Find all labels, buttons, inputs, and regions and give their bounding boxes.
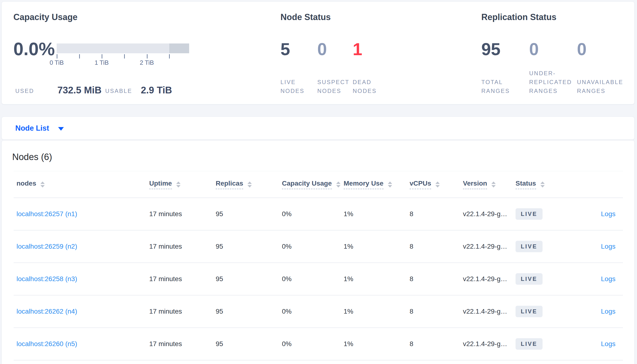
status-cell: LIVE xyxy=(516,306,601,317)
capacity-bar-reserved-segment xyxy=(169,44,189,53)
capacity-axis-tick xyxy=(79,54,80,58)
table-row: localhost:26258 (n3)17 minutes950%1%8v22… xyxy=(14,263,623,296)
vcpus-cell: 8 xyxy=(410,340,463,348)
column-header-replicas[interactable]: Replicas xyxy=(216,180,282,189)
capacity-axis-label: 2 TiB xyxy=(140,59,154,66)
node-address-link[interactable]: localhost:26260 (n5) xyxy=(17,340,149,348)
status-badge: LIVE xyxy=(516,306,542,317)
used-label: USED xyxy=(15,88,34,94)
nodes-table-card: Nodes (6) nodesUptimeReplicasCapacity Us… xyxy=(2,140,634,364)
stat-label: TOTAL RANGES xyxy=(481,69,532,95)
version-cell: v22.1.4-29-g… xyxy=(463,340,516,348)
node-address-link[interactable]: localhost:26258 (n3) xyxy=(17,275,149,283)
vcpus-cell: 8 xyxy=(410,210,463,218)
sort-icon xyxy=(491,182,496,188)
status-badge: LIVE xyxy=(516,241,542,252)
column-header-capacity_usage[interactable]: Capacity Usage xyxy=(282,180,344,189)
column-header-vcpus[interactable]: vCPUs xyxy=(410,180,463,189)
usable-value: 2.9 TiB xyxy=(141,85,172,96)
stat-value: 1 xyxy=(353,40,362,58)
memory_use-cell: 1% xyxy=(344,275,410,283)
sort-icon xyxy=(435,182,440,188)
status-badge: LIVE xyxy=(516,338,542,350)
logs-link[interactable]: Logs xyxy=(601,340,615,348)
sort-icon xyxy=(388,182,392,188)
status-cell: LIVE xyxy=(516,338,601,350)
uptime-cell: 17 minutes xyxy=(149,340,216,348)
uptime-cell: 17 minutes xyxy=(149,210,216,218)
status-badge: LIVE xyxy=(516,208,542,220)
stat-value: 0 xyxy=(577,40,586,58)
replicas-cell: 95 xyxy=(216,243,282,250)
status-badge: LIVE xyxy=(516,273,542,285)
uptime-cell: 17 minutes xyxy=(149,275,216,283)
column-header-label: Version xyxy=(463,180,487,189)
column-header-label: vCPUs xyxy=(410,180,431,189)
sort-icon xyxy=(176,182,181,188)
logs-link[interactable]: Logs xyxy=(601,210,615,218)
stat-label: LIVE NODES xyxy=(280,69,316,95)
uptime-cell: 17 minutes xyxy=(149,308,216,315)
table-row: localhost:26257 (n1)17 minutes950%1%8v22… xyxy=(14,198,623,230)
column-header-memory_use[interactable]: Memory Use xyxy=(344,180,410,189)
capacity_usage-cell: 0% xyxy=(282,210,344,218)
nodes-table-header-row: nodesUptimeReplicasCapacity UsageMemory … xyxy=(14,171,623,198)
node-address-link[interactable]: localhost:26257 (n1) xyxy=(17,210,149,218)
replication-status-title: Replication Status xyxy=(481,12,556,22)
vcpus-cell: 8 xyxy=(410,275,463,283)
column-header-label: Replicas xyxy=(216,180,243,189)
capacity-percent-value: 0.0% xyxy=(14,40,55,58)
sort-icon xyxy=(247,182,252,188)
status-cell: LIVE xyxy=(516,208,601,220)
capacity_usage-cell: 0% xyxy=(282,340,344,348)
uptime-cell: 17 minutes xyxy=(149,243,216,250)
replicas-cell: 95 xyxy=(216,275,282,283)
column-header-uptime[interactable]: Uptime xyxy=(149,180,216,189)
sort-icon xyxy=(540,182,545,188)
status-cell: LIVE xyxy=(516,241,601,252)
capacity-axis-label: 1 TiB xyxy=(95,59,109,66)
nodes-table: nodesUptimeReplicasCapacity UsageMemory … xyxy=(14,171,623,360)
version-cell: v22.1.4-29-g… xyxy=(463,243,516,250)
replicas-cell: 95 xyxy=(216,210,282,218)
memory_use-cell: 1% xyxy=(344,308,410,315)
stat-label: SUSPECT NODES xyxy=(317,69,353,95)
column-header-node[interactable]: nodes xyxy=(17,180,149,189)
stat-value: 0 xyxy=(529,40,539,58)
column-header-status[interactable]: Status xyxy=(516,180,615,189)
sort-icon xyxy=(336,182,341,188)
vcpus-cell: 8 xyxy=(410,308,463,315)
memory_use-cell: 1% xyxy=(344,243,410,250)
column-header-label: Memory Use xyxy=(344,180,384,189)
node-address-link[interactable]: localhost:26262 (n4) xyxy=(17,308,149,315)
node-status-title: Node Status xyxy=(280,12,331,22)
capacity-axis-tick xyxy=(169,54,170,58)
stat-value: 95 xyxy=(481,40,500,58)
vcpus-cell: 8 xyxy=(410,243,463,250)
capacity_usage-cell: 0% xyxy=(282,243,344,250)
usable-label: USABLE xyxy=(105,88,132,94)
table-row: localhost:26259 (n2)17 minutes950%1%8v22… xyxy=(14,230,623,263)
logs-link[interactable]: Logs xyxy=(601,308,615,315)
chevron-down-icon xyxy=(58,127,64,131)
node-list-dropdown-button[interactable]: Node List xyxy=(15,124,64,132)
column-header-version[interactable]: Version xyxy=(463,180,516,189)
stat-value: 5 xyxy=(280,40,290,58)
column-header-label: Status xyxy=(516,180,536,189)
column-header-label: Capacity Usage xyxy=(282,180,332,189)
view-selector-bar: Node List xyxy=(2,116,634,140)
capacity-usage-bar xyxy=(57,44,189,53)
version-cell: v22.1.4-29-g… xyxy=(463,275,516,283)
version-cell: v22.1.4-29-g… xyxy=(463,308,516,315)
sort-icon xyxy=(41,182,45,188)
table-row: localhost:26262 (n4)17 minutes950%1%8v22… xyxy=(14,296,623,328)
capacity-axis-tick xyxy=(147,54,148,58)
nodes-table-body: localhost:26257 (n1)17 minutes950%1%8v22… xyxy=(14,198,623,360)
node-address-link[interactable]: localhost:26259 (n2) xyxy=(17,243,149,250)
column-header-label: Uptime xyxy=(149,180,172,189)
logs-link[interactable]: Logs xyxy=(601,243,615,250)
stat-value: 0 xyxy=(317,40,327,58)
logs-link[interactable]: Logs xyxy=(601,275,615,283)
capacity-axis-tick xyxy=(102,54,102,58)
column-header-label: nodes xyxy=(17,180,36,189)
